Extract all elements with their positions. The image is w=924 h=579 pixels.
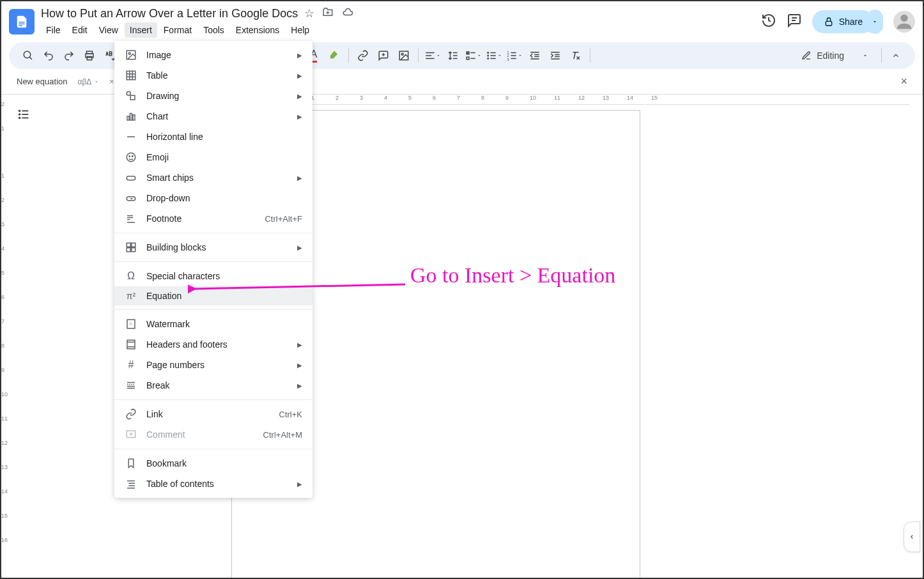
svg-rect-77 bbox=[132, 248, 135, 252]
image-icon bbox=[125, 49, 137, 61]
editing-label: Editing bbox=[817, 50, 844, 61]
svg-rect-62 bbox=[130, 114, 132, 121]
docs-logo[interactable] bbox=[9, 9, 35, 35]
clear-formatting-icon[interactable] bbox=[567, 47, 585, 65]
greek-letters-dropdown[interactable]: αβΔ bbox=[78, 77, 100, 86]
menu-view[interactable]: View bbox=[94, 22, 123, 38]
insert-link-icon[interactable] bbox=[354, 47, 372, 65]
break-icon bbox=[125, 380, 137, 391]
submenu-arrow-icon: ▶ bbox=[297, 382, 302, 389]
chart-icon bbox=[125, 111, 137, 122]
footnote-icon bbox=[125, 213, 137, 224]
submenu-arrow-icon: ▶ bbox=[297, 72, 302, 79]
svg-point-26 bbox=[487, 52, 489, 54]
history-icon[interactable] bbox=[761, 13, 776, 31]
menu-tools[interactable]: Tools bbox=[198, 22, 229, 38]
dd-page-numbers[interactable]: #Page numbers▶ bbox=[114, 355, 312, 375]
menu-insert[interactable]: Insert bbox=[125, 22, 157, 38]
dd-image[interactable]: Image▶ bbox=[114, 45, 312, 65]
dd-smart-chips[interactable]: Smart chips▶ bbox=[114, 167, 312, 188]
dd-emoji[interactable]: Emoji bbox=[114, 147, 312, 167]
svg-point-27 bbox=[487, 55, 489, 57]
separator bbox=[114, 233, 312, 233]
dd-table-of-contents[interactable]: Table of contents▶ bbox=[114, 474, 312, 494]
submenu-arrow-icon: ▶ bbox=[297, 174, 302, 181]
svg-point-6 bbox=[24, 51, 31, 58]
svg-rect-2 bbox=[19, 26, 22, 26]
dd-dropdown[interactable]: Drop-down bbox=[114, 188, 312, 208]
svg-rect-75 bbox=[132, 243, 135, 247]
separator bbox=[114, 309, 312, 310]
numbered-list-icon[interactable]: 123 bbox=[505, 47, 523, 65]
menu-extensions[interactable]: Extensions bbox=[231, 22, 284, 38]
watermark-icon: A bbox=[125, 318, 137, 330]
dd-watermark[interactable]: AWatermark bbox=[114, 314, 312, 334]
menu-help[interactable]: Help bbox=[286, 22, 314, 38]
dd-link[interactable]: LinkCtrl+K bbox=[114, 404, 312, 424]
share-label: Share bbox=[839, 17, 863, 27]
comment-icon[interactable] bbox=[787, 13, 802, 31]
dd-chart[interactable]: Chart▶ bbox=[114, 106, 312, 127]
dd-headers-footers[interactable]: Headers and footers▶ bbox=[114, 334, 312, 355]
submenu-arrow-icon: ▶ bbox=[297, 341, 302, 348]
search-icon[interactable] bbox=[19, 47, 37, 65]
dd-bookmark[interactable]: Bookmark bbox=[114, 453, 312, 474]
share-dropdown[interactable] bbox=[866, 10, 883, 34]
svg-rect-1 bbox=[19, 24, 24, 24]
menu-edit[interactable]: Edit bbox=[67, 22, 93, 38]
drawing-icon bbox=[125, 90, 137, 102]
dd-footnote[interactable]: FootnoteCtrl+Alt+F bbox=[114, 208, 312, 229]
svg-text:A: A bbox=[129, 321, 132, 327]
insert-image-icon[interactable] bbox=[395, 47, 413, 65]
dd-horizontal-line[interactable]: Horizontal line bbox=[114, 127, 312, 147]
menu-file[interactable]: File bbox=[41, 22, 66, 38]
svg-rect-60 bbox=[130, 95, 135, 100]
submenu-arrow-icon: ▶ bbox=[297, 52, 302, 59]
svg-rect-30 bbox=[491, 55, 496, 56]
separator bbox=[881, 49, 882, 63]
indent-decrease-icon[interactable] bbox=[526, 47, 544, 65]
move-icon[interactable] bbox=[322, 6, 334, 21]
print-icon[interactable] bbox=[81, 47, 98, 65]
dd-table[interactable]: Table▶ bbox=[114, 65, 312, 86]
menu-format[interactable]: Format bbox=[158, 22, 197, 38]
annotation-text: Go to Insert > Equation bbox=[410, 263, 615, 288]
user-avatar[interactable] bbox=[893, 11, 915, 33]
smart-chips-icon bbox=[125, 172, 137, 183]
document-title[interactable]: How to Put an Arrow Over a Letter in Goo… bbox=[41, 7, 298, 20]
dd-building-blocks[interactable]: Building blocks▶ bbox=[114, 237, 312, 258]
svg-point-59 bbox=[127, 91, 130, 95]
editing-mode-dropdown[interactable]: Editing bbox=[794, 48, 876, 63]
svg-point-28 bbox=[487, 58, 489, 59]
separator bbox=[348, 49, 349, 63]
line-spacing-icon[interactable] bbox=[444, 47, 462, 65]
dd-comment: CommentCtrl+Alt+M bbox=[114, 424, 312, 445]
dd-break[interactable]: Break▶ bbox=[114, 375, 312, 396]
undo-icon[interactable] bbox=[40, 47, 58, 65]
bulleted-list-icon[interactable] bbox=[485, 47, 503, 65]
checklist-icon[interactable] bbox=[465, 47, 482, 65]
svg-rect-76 bbox=[127, 248, 130, 252]
redo-icon[interactable] bbox=[60, 47, 78, 65]
new-equation-label[interactable]: New equation bbox=[17, 77, 68, 86]
separator bbox=[418, 49, 419, 63]
header: How to Put an Arrow Over a Letter in Goo… bbox=[1, 1, 923, 42]
add-comment-icon[interactable] bbox=[374, 47, 392, 65]
close-equation-bar[interactable]: × bbox=[900, 75, 907, 88]
expand-side-panel-button[interactable] bbox=[904, 521, 920, 552]
highlight-icon[interactable] bbox=[325, 47, 343, 65]
align-icon[interactable] bbox=[424, 47, 442, 65]
svg-rect-54 bbox=[127, 71, 135, 80]
share-button[interactable]: Share bbox=[812, 10, 874, 33]
separator bbox=[114, 449, 312, 449]
svg-point-53 bbox=[128, 52, 130, 54]
star-icon[interactable]: ☆ bbox=[304, 6, 314, 21]
indent-increase-icon[interactable] bbox=[546, 47, 564, 65]
dd-drawing[interactable]: Drawing▶ bbox=[114, 86, 312, 106]
svg-point-48 bbox=[19, 114, 20, 115]
title-icons: ☆ bbox=[304, 6, 354, 21]
outline-icon[interactable] bbox=[17, 112, 31, 123]
cloud-status-icon[interactable] bbox=[341, 6, 354, 21]
svg-rect-31 bbox=[491, 58, 496, 59]
collapse-toolbar-icon[interactable] bbox=[887, 47, 905, 65]
